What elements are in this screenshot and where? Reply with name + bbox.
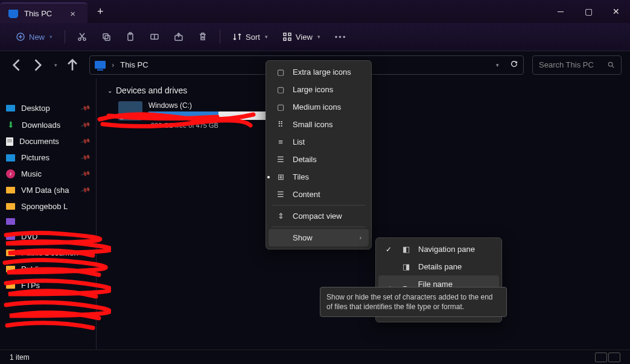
pin-icon: 📌 xyxy=(80,184,92,195)
sidebar-item[interactable] xyxy=(0,215,96,228)
paste-button[interactable] xyxy=(119,28,141,45)
pin-icon: 📌 xyxy=(80,152,92,163)
forward-button[interactable] xyxy=(29,57,46,74)
back-button[interactable] xyxy=(8,57,25,74)
view-option[interactable]: ⠿Small icons xyxy=(269,116,369,133)
status-bar: 1 item xyxy=(0,350,630,364)
view-option[interactable]: ☰Content xyxy=(269,186,369,203)
view-option[interactable]: ▢Extra large icons xyxy=(269,63,369,81)
sidebar-item-label: Spongebob L xyxy=(21,202,68,211)
sidebar-item[interactable]: Pictures📌 xyxy=(0,149,96,166)
close-tab-icon[interactable]: × xyxy=(70,8,75,19)
pin-icon: 📌 xyxy=(80,136,92,146)
show-option[interactable]: Show› xyxy=(269,229,369,246)
new-tab-button[interactable]: + xyxy=(88,0,113,23)
purple-icon xyxy=(6,218,15,225)
menu-item-label: Navigation pane xyxy=(418,245,475,254)
sidebar-item[interactable]: Spongebob L xyxy=(0,198,96,215)
svg-rect-12 xyxy=(288,38,291,40)
sidebar-item-label: Downloads xyxy=(22,121,60,130)
svg-rect-4 xyxy=(105,36,110,40)
show-option-item[interactable]: ◨Details pane xyxy=(378,258,499,275)
minimize-button[interactable]: ─ xyxy=(547,0,574,23)
this-pc-icon xyxy=(8,10,18,17)
menu-item-label: Tiles xyxy=(293,172,309,181)
up-button[interactable] xyxy=(64,57,81,74)
pane-icon: ◧ xyxy=(401,245,411,254)
menu-item-label: Content xyxy=(293,190,320,199)
chevron-down-icon[interactable]: ▾ xyxy=(496,62,499,68)
sidebar-item-label: VM Data (sha xyxy=(21,186,69,195)
refresh-button[interactable] xyxy=(510,60,518,70)
tooltip: Show or hide the set of characters added… xyxy=(320,287,507,317)
desktop-icon xyxy=(6,105,15,111)
sidebar-item[interactable]: VM Data (sha📌 xyxy=(0,182,96,198)
item-count: 1 item xyxy=(10,353,30,362)
details-view-toggle[interactable] xyxy=(595,353,607,362)
svg-point-13 xyxy=(608,62,612,66)
chevron-right-icon: › xyxy=(360,234,361,241)
section-title: Devices and drives xyxy=(116,86,187,95)
copy-button[interactable] xyxy=(95,28,117,45)
rename-button[interactable] xyxy=(144,28,165,45)
search-input[interactable]: Search This PC xyxy=(532,55,622,75)
menu-item-label: Extra large icons xyxy=(293,67,351,77)
sort-label: Sort xyxy=(246,33,260,42)
delete-button[interactable] xyxy=(192,28,214,45)
pin-icon: 📌 xyxy=(80,119,92,130)
pin-icon: 📌 xyxy=(80,168,92,179)
maximize-button[interactable]: ▢ xyxy=(574,0,602,23)
view-size-icon: ▢ xyxy=(276,85,285,94)
share-button[interactable] xyxy=(168,28,189,45)
breadcrumb[interactable]: This PC xyxy=(120,60,148,69)
view-option[interactable]: ⊞Tiles xyxy=(269,168,369,186)
tab-this-pc[interactable]: This PC × xyxy=(0,2,88,23)
sort-button[interactable]: Sort ▾ xyxy=(226,28,274,45)
search-placeholder: Search This PC xyxy=(539,60,594,69)
svg-rect-11 xyxy=(284,38,286,40)
docs-icon xyxy=(6,137,13,146)
window-controls: ─ ▢ ✕ xyxy=(547,0,630,23)
view-option[interactable]: ☰Details xyxy=(269,151,369,168)
view-size-icon: ⊞ xyxy=(276,172,285,181)
svg-rect-10 xyxy=(288,33,291,36)
view-option[interactable]: ▢Large icons xyxy=(269,81,369,98)
cut-button[interactable] xyxy=(71,28,93,45)
close-button[interactable]: ✕ xyxy=(602,0,630,23)
sidebar-item[interactable]: Desktop📌 xyxy=(0,100,96,116)
new-button[interactable]: New ▾ xyxy=(10,28,59,45)
sidebar-item-label: Documents xyxy=(19,137,59,146)
menu-item-label: Medium icons xyxy=(293,102,341,111)
sidebar-item[interactable]: ♪Music📌 xyxy=(0,166,96,182)
compact-view-option[interactable]: ⇕Compact view xyxy=(269,207,369,225)
search-icon xyxy=(607,61,615,69)
tab-title: This PC xyxy=(24,9,52,18)
redaction-scribble xyxy=(2,229,111,337)
chevron-down-icon: ▾ xyxy=(49,34,52,40)
pin-icon: 📌 xyxy=(80,102,92,113)
svg-rect-9 xyxy=(284,33,286,36)
tiles-view-toggle[interactable] xyxy=(608,353,620,362)
folder-icon xyxy=(6,187,15,193)
view-size-icon: ☰ xyxy=(276,190,285,199)
view-size-icon: ≡ xyxy=(276,137,285,146)
music-icon: ♪ xyxy=(6,169,15,178)
downloads-icon: ⬇ xyxy=(6,120,16,130)
view-option[interactable]: ▢Medium icons xyxy=(269,98,369,116)
menu-item-label: Compact view xyxy=(293,212,342,221)
pane-icon: ◨ xyxy=(401,262,411,271)
sidebar-item[interactable]: ⬇Downloads📌 xyxy=(0,116,96,133)
titlebar: This PC × + ─ ▢ ✕ xyxy=(0,0,630,23)
menu-item-label: List xyxy=(293,137,305,146)
view-option[interactable]: ≡List xyxy=(269,133,369,151)
show-option-item[interactable]: ✓◧Navigation pane xyxy=(378,240,499,258)
recent-button[interactable]: ▾ xyxy=(49,57,60,74)
check-icon: ✓ xyxy=(386,245,394,254)
menu-item-label: Large icons xyxy=(293,85,333,94)
sidebar-item-label: Pictures xyxy=(21,153,49,162)
folder-icon xyxy=(6,203,15,210)
view-label: View xyxy=(296,33,313,42)
sidebar-item[interactable]: Documents📌 xyxy=(0,133,96,149)
more-button[interactable]: ••• xyxy=(329,29,353,45)
view-button[interactable]: View ▾ xyxy=(276,28,326,45)
